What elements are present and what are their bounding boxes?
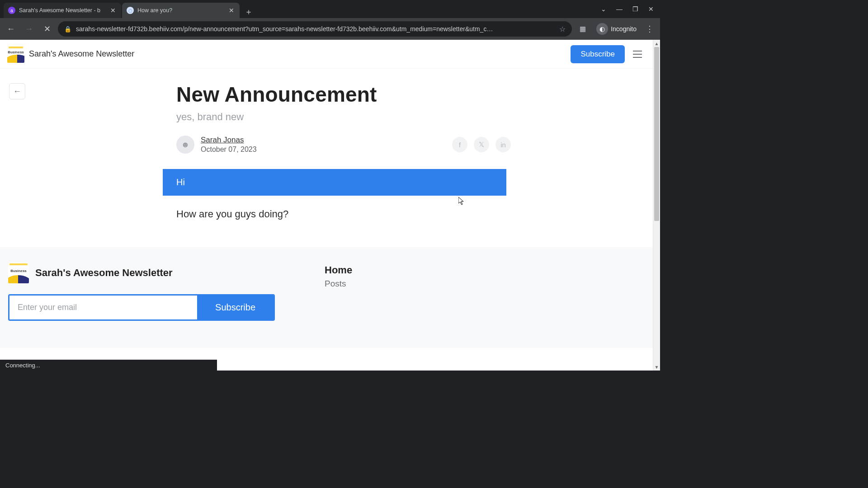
article-body-text: How are you guys doing? bbox=[176, 208, 511, 220]
author-link[interactable]: Sarah Jonas bbox=[201, 136, 257, 145]
favicon-icon: a bbox=[8, 7, 15, 14]
incognito-icon: ◐ bbox=[596, 23, 608, 35]
footer-brand[interactable]: Business Sarah's Awesome Newsletter bbox=[8, 263, 297, 283]
browser-tab[interactable]: ◌ How are you? ✕ bbox=[122, 3, 240, 18]
hamburger-menu-icon[interactable] bbox=[631, 48, 644, 61]
article-subtitle: yes, brand new bbox=[176, 111, 511, 123]
browser-toolbar: ← → ✕ 🔒 sarahs-newsletter-fd732b.beehiiv… bbox=[0, 18, 660, 40]
tab-strip: a Sarah's Awesome Newsletter - b ✕ ◌ How… bbox=[0, 0, 660, 18]
favicon-icon: ◌ bbox=[127, 7, 134, 14]
status-bar: Connecting... bbox=[0, 360, 217, 371]
footer-nav-posts[interactable]: Posts bbox=[325, 279, 645, 289]
article-back-button[interactable]: ← bbox=[9, 83, 25, 99]
highlight-block: Hi bbox=[163, 169, 506, 196]
stop-reload-button[interactable]: ✕ bbox=[40, 22, 54, 36]
email-input[interactable] bbox=[9, 296, 197, 319]
share-x-icon[interactable]: 𝕏 bbox=[474, 137, 489, 152]
footer-brand-name: Sarah's Awesome Newsletter bbox=[35, 267, 173, 279]
url-text: sarahs-newsletter-fd732b.beehiiv.com/p/n… bbox=[76, 25, 555, 33]
share-buttons: f 𝕏 in bbox=[452, 137, 511, 152]
brand-logo: Business bbox=[8, 263, 29, 283]
byline-row: ☻ Sarah Jonas October 07, 2023 f 𝕏 in bbox=[176, 136, 511, 154]
brand-logo: Business bbox=[7, 46, 24, 63]
scroll-thumb[interactable] bbox=[654, 47, 659, 221]
site-footer: Business Sarah's Awesome Newsletter Subs… bbox=[0, 247, 653, 348]
site-brand[interactable]: Business Sarah's Awesome Newsletter bbox=[7, 46, 134, 63]
new-tab-button[interactable]: ＋ bbox=[242, 5, 255, 18]
forward-button[interactable]: → bbox=[22, 22, 36, 36]
address-bar[interactable]: 🔒 sarahs-newsletter-fd732b.beehiiv.com/p… bbox=[58, 21, 572, 37]
extensions-icon[interactable]: ▦ bbox=[576, 22, 590, 36]
scroll-up-icon[interactable]: ▲ bbox=[653, 40, 660, 47]
close-icon[interactable]: ✕ bbox=[109, 6, 117, 14]
browser-tab[interactable]: a Sarah's Awesome Newsletter - b ✕ bbox=[4, 3, 121, 18]
minimize-icon[interactable]: ― bbox=[616, 5, 623, 13]
tab-title: How are you? bbox=[137, 7, 224, 14]
footer-nav-home[interactable]: Home bbox=[325, 264, 645, 276]
author-avatar[interactable]: ☻ bbox=[176, 136, 194, 154]
window-controls: ⌄ ― ❐ ✕ bbox=[601, 0, 660, 18]
tab-title: Sarah's Awesome Newsletter - b bbox=[19, 7, 106, 14]
subscribe-form: Subscribe bbox=[8, 294, 275, 321]
brand-name: Sarah's Awesome Newsletter bbox=[29, 49, 134, 59]
scroll-down-icon[interactable]: ▼ bbox=[653, 363, 660, 371]
share-facebook-icon[interactable]: f bbox=[452, 137, 467, 152]
status-text: Connecting... bbox=[5, 362, 40, 369]
subscribe-button[interactable]: Subscribe bbox=[571, 45, 625, 63]
site-header: Business Sarah's Awesome Newsletter Subs… bbox=[0, 40, 653, 69]
article-title: New Announcement bbox=[176, 82, 511, 107]
page-viewport: Business Sarah's Awesome Newsletter Subs… bbox=[0, 40, 660, 371]
incognito-label: Incognito bbox=[611, 25, 637, 33]
close-window-icon[interactable]: ✕ bbox=[648, 5, 654, 13]
vertical-scrollbar[interactable]: ▲ ▼ bbox=[653, 40, 660, 371]
bookmark-star-icon[interactable]: ☆ bbox=[559, 25, 566, 33]
article: New Announcement yes, brand new ☻ Sarah … bbox=[176, 82, 511, 220]
browser-menu-button[interactable]: ⋮ bbox=[643, 24, 656, 34]
chevron-down-icon[interactable]: ⌄ bbox=[601, 5, 606, 13]
back-button[interactable]: ← bbox=[4, 22, 18, 36]
publish-date: October 07, 2023 bbox=[201, 145, 257, 154]
incognito-indicator[interactable]: ◐ Incognito bbox=[594, 23, 639, 35]
footer-subscribe-button[interactable]: Subscribe bbox=[197, 296, 274, 319]
share-linkedin-icon[interactable]: in bbox=[495, 137, 511, 152]
lock-icon: 🔒 bbox=[64, 26, 71, 33]
maximize-icon[interactable]: ❐ bbox=[632, 5, 638, 13]
close-icon[interactable]: ✕ bbox=[228, 6, 235, 14]
